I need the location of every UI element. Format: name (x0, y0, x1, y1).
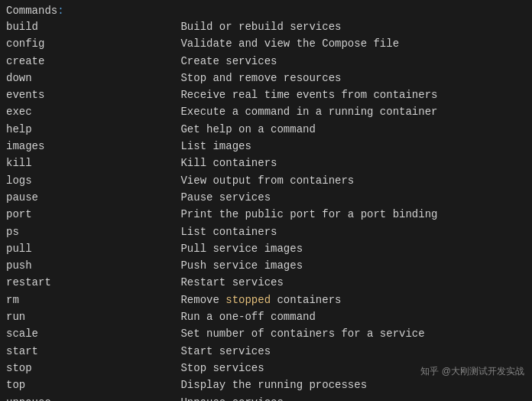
table-row: helpGet help on a command (6, 121, 526, 138)
table-row: downStop and remove resources (6, 70, 526, 86)
table-row: rmRemove stopped containers (6, 292, 526, 308)
command-name: pause (6, 189, 180, 206)
table-row: pausePause services (6, 189, 526, 206)
command-description: Pause services (180, 189, 526, 206)
command-name: events (6, 86, 180, 103)
command-description: Print the public port for a port binding (180, 206, 526, 223)
command-name: create (6, 53, 180, 70)
command-name: down (6, 70, 180, 86)
table-row: pullPull service images (6, 240, 526, 257)
highlight-stopped: stopped (225, 294, 271, 306)
table-row: startStart services (6, 343, 526, 360)
colon: : (57, 5, 63, 17)
command-description: Stop and remove resources (180, 70, 526, 86)
table-row: imagesList images (6, 138, 526, 155)
command-description: List images (180, 138, 526, 155)
command-name: logs (6, 172, 180, 189)
table-row: scaleSet number of containers for a serv… (6, 325, 526, 342)
table-row: unpauseUnpause services (6, 394, 526, 401)
commands-table: buildBuild or rebuild servicesconfigVali… (6, 18, 526, 401)
command-description: Pull service images (180, 240, 526, 257)
command-description: Run a one-off command (180, 308, 526, 325)
command-name: ps (6, 223, 180, 240)
command-description: Remove stopped containers (180, 292, 526, 308)
command-name: kill (6, 155, 180, 171)
command-description: Create services (180, 53, 526, 70)
command-name: rm (6, 292, 180, 308)
command-description: Kill containers (180, 155, 526, 171)
command-description: Restart services (180, 274, 526, 291)
command-name: port (6, 206, 180, 223)
table-row: eventsReceive real time events from cont… (6, 86, 526, 103)
watermark: 知乎 @大刚测试开发实战 (420, 365, 524, 378)
command-name: run (6, 308, 180, 325)
table-row: killKill containers (6, 155, 526, 171)
command-name: help (6, 121, 180, 138)
command-name: images (6, 138, 180, 155)
command-name: stop (6, 360, 180, 377)
command-name: config (6, 35, 180, 52)
table-row: runRun a one-off command (6, 308, 526, 325)
command-name: scale (6, 325, 180, 342)
table-row: configValidate and view the Compose file (6, 35, 526, 52)
header-line: Commands: (6, 5, 526, 17)
command-name: pull (6, 240, 180, 257)
command-description: Validate and view the Compose file (180, 35, 526, 52)
table-row: createCreate services (6, 53, 526, 70)
command-description: Set number of containers for a service (180, 325, 526, 342)
table-row: topDisplay the running processes (6, 377, 526, 393)
commands-label: Commands (6, 5, 57, 17)
command-name: exec (6, 103, 180, 120)
table-row: pushPush service images (6, 257, 526, 274)
command-description: Build or rebuild services (180, 18, 526, 35)
command-description: Display the running processes (180, 377, 526, 393)
command-name: top (6, 377, 180, 393)
command-description: Push service images (180, 257, 526, 274)
command-name: unpause (6, 394, 180, 401)
command-description: Start services (180, 343, 526, 360)
command-name: start (6, 343, 180, 360)
command-description: Receive real time events from containers (180, 86, 526, 103)
command-description: List containers (180, 223, 526, 240)
command-name: build (6, 18, 180, 35)
command-description: Execute a command in a running container (180, 103, 526, 120)
table-row: buildBuild or rebuild services (6, 18, 526, 35)
command-description: Get help on a command (180, 121, 526, 138)
table-row: logsView output from containers (6, 172, 526, 189)
table-row: portPrint the public port for a port bin… (6, 206, 526, 223)
command-description: View output from containers (180, 172, 526, 189)
table-row: execExecute a command in a running conta… (6, 103, 526, 120)
command-name: push (6, 257, 180, 274)
command-description: Unpause services (180, 394, 526, 401)
table-row: restartRestart services (6, 274, 526, 291)
command-name: restart (6, 274, 180, 291)
table-row: psList containers (6, 223, 526, 240)
